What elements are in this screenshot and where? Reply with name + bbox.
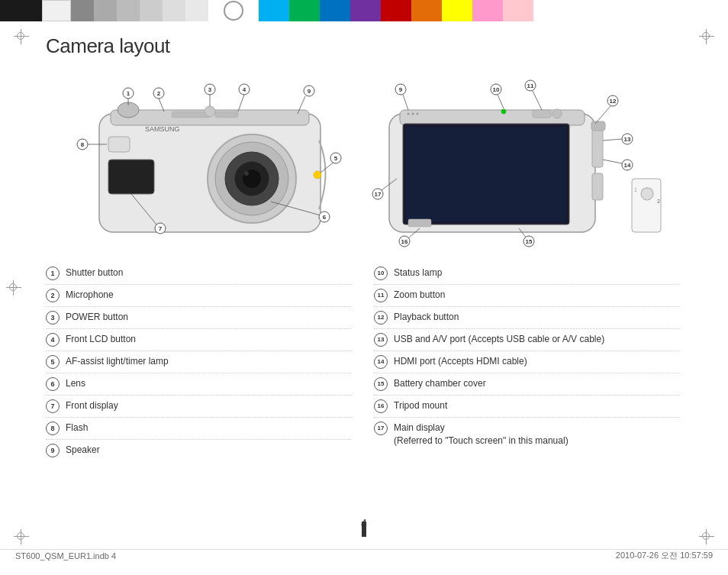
cb-black (0, 0, 42, 21)
right-labels-col: 10 Status lamp 11 Zoom button 12 Playbac… (374, 263, 679, 461)
label-row: 10 Status lamp (374, 263, 679, 285)
page-title: Camera layout (46, 34, 679, 58)
label-num: 10 (374, 267, 388, 280)
label-text: POWER button (66, 311, 351, 324)
svg-line-57 (403, 95, 408, 110)
camera-back-svg: 9 10 11 12 13 14 (366, 72, 664, 247)
label-text: Zoom button (394, 289, 679, 302)
label-text: Status lamp (394, 267, 679, 279)
svg-line-63 (533, 91, 542, 110)
label-row: 2 Microphone (46, 285, 351, 307)
svg-text:14: 14 (624, 162, 631, 169)
svg-text:2: 2 (657, 199, 660, 204)
label-num: 12 (374, 311, 388, 325)
svg-point-53 (417, 113, 419, 115)
label-text: AF-assist light/timer lamp (66, 355, 351, 368)
reg-mark-ml (6, 280, 21, 296)
label-row: 14 HDMI port (Accepts HDMI cable) (374, 351, 679, 373)
svg-text:2: 2 (157, 90, 161, 97)
svg-point-85 (641, 188, 653, 200)
label-text: Main display(Referred to "Touch screen" … (394, 422, 679, 447)
label-row: 16 Tripod mount (374, 396, 679, 418)
svg-point-54 (552, 109, 562, 118)
svg-line-19 (159, 99, 164, 111)
svg-line-60 (498, 95, 504, 108)
diagrams-row: SAMSUNG 1 2 (46, 72, 679, 247)
svg-point-14 (205, 106, 215, 117)
svg-text:12: 12 (610, 98, 617, 105)
label-row: 8 Flash (46, 418, 351, 440)
registration-circles (224, 1, 243, 21)
label-num: 9 (46, 444, 60, 457)
label-row: 12 Playback button (374, 307, 679, 329)
label-num: 14 (374, 355, 388, 369)
label-text: Speaker (66, 444, 351, 457)
reg-mark-br (699, 529, 714, 544)
label-text: Lens (66, 377, 351, 390)
svg-text:6: 6 (323, 214, 327, 221)
svg-text:1: 1 (634, 187, 637, 192)
svg-line-69 (603, 139, 622, 141)
svg-rect-49 (408, 219, 431, 227)
svg-text:4: 4 (243, 86, 246, 93)
main-content: Camera layout (46, 34, 679, 461)
label-num: 17 (374, 422, 388, 435)
svg-text:11: 11 (527, 82, 534, 89)
svg-point-56 (501, 109, 506, 114)
label-num: 4 (46, 333, 60, 347)
bottom-bar: ST600_QSM_EUR1.indb 4 2010-07-26 오전 10:5… (0, 549, 728, 561)
label-num: 6 (46, 377, 60, 391)
label-num: 3 (46, 311, 60, 325)
labels-section: 1 Shutter button 2 Microphone 3 POWER bu… (46, 263, 679, 461)
reg-mark-tr (699, 29, 714, 44)
footer-right: 2010-07-26 오전 10:57:59 (616, 550, 713, 561)
label-row: 6 Lens (46, 373, 351, 396)
label-text: Flash (66, 422, 351, 434)
svg-rect-12 (172, 111, 210, 118)
reg-mark-bl (14, 529, 29, 544)
label-text: Battery chamber cover (394, 377, 679, 390)
reg-mark-tl (14, 29, 29, 44)
svg-text:1: 1 (127, 90, 130, 97)
svg-rect-55 (533, 110, 551, 118)
label-row: 1 Shutter button (46, 263, 351, 285)
color-chips (259, 0, 533, 21)
color-bar (0, 0, 728, 21)
svg-point-51 (407, 113, 410, 115)
svg-line-72 (603, 160, 622, 163)
label-text: Front display (66, 399, 351, 412)
svg-text:3: 3 (208, 86, 212, 93)
svg-text:15: 15 (526, 238, 533, 245)
camera-front-diagram: SAMSUNG 1 2 (46, 72, 343, 247)
svg-text:5: 5 (334, 155, 338, 162)
svg-line-28 (321, 162, 334, 173)
cb-white (42, 0, 71, 21)
svg-text:10: 10 (493, 86, 500, 93)
svg-point-52 (412, 113, 414, 115)
label-num: 11 (374, 289, 388, 302)
label-text: USB and A/V port (Accepts USB cable or A… (394, 333, 679, 346)
svg-point-15 (314, 171, 321, 179)
svg-text:17: 17 (375, 191, 382, 198)
label-num: 2 (46, 289, 60, 302)
left-labels-col: 1 Shutter button 2 Microphone 3 POWER bu… (46, 263, 351, 461)
label-num: 13 (374, 333, 388, 347)
svg-rect-50 (591, 121, 605, 131)
footer-left: ST600_QSM_EUR1.indb 4 (15, 551, 116, 560)
camera-back-diagram: 9 10 11 12 13 14 (366, 72, 664, 247)
label-row: 5 AF-assist light/timer lamp (46, 351, 351, 373)
label-text: Playback button (394, 311, 679, 324)
label-text: Tripod mount (394, 399, 679, 412)
label-num: 1 (46, 267, 60, 280)
label-row: 17 Main display(Referred to "Touch scree… (374, 418, 679, 451)
label-num: 5 (46, 355, 60, 369)
svg-rect-48 (592, 173, 603, 200)
svg-text:9: 9 (308, 88, 311, 95)
cb-grays (71, 0, 208, 21)
label-num: 15 (374, 377, 388, 391)
svg-point-8 (244, 171, 249, 176)
svg-line-25 (238, 95, 244, 111)
svg-rect-47 (592, 129, 603, 167)
label-num: 16 (374, 399, 388, 413)
label-row: 7 Front display (46, 396, 351, 418)
